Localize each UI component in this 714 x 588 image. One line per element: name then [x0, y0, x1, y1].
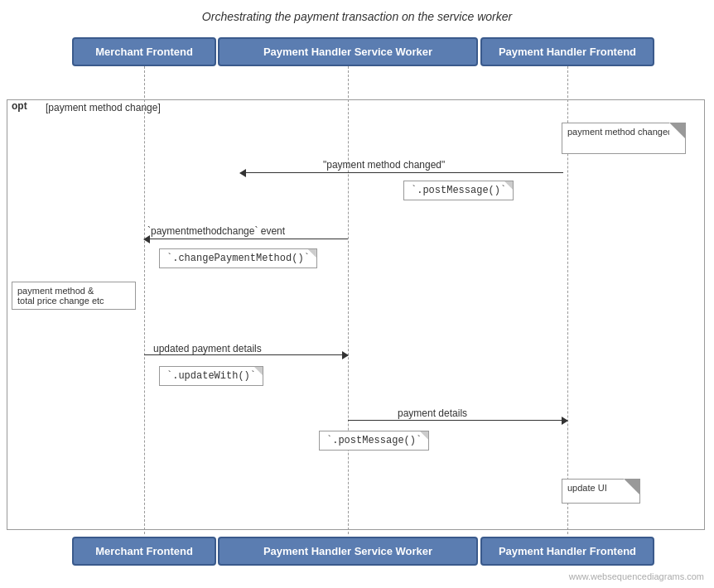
method-change-payment: `.changePaymentMethod()` — [159, 248, 317, 268]
method-post-message-2: `.postMessage()` — [319, 431, 429, 451]
actor-service-worker-top: Payment Handler Service Worker — [218, 37, 478, 66]
arrow-paymentmethodchange — [144, 239, 348, 239]
watermark: www.websequencediagrams.com — [569, 571, 704, 581]
arrow-payment-method-changed — [240, 172, 563, 173]
method-update-with: `.updateWith()` — [159, 366, 263, 386]
actor-service-worker-bottom: Payment Handler Service Worker — [218, 537, 478, 566]
note-total-price-change: payment method & total price change etc — [12, 282, 136, 310]
actor-handler-frontend-bottom: Payment Handler Frontend — [480, 537, 654, 566]
arrow-label-updated-payment: updated payment details — [153, 343, 262, 354]
arrow-label-payment-details: payment details — [398, 407, 467, 419]
note-update-ui: update UI — [562, 479, 640, 504]
diagram-title: Orchestrating the payment transaction on… — [0, 0, 714, 23]
note-payment-method-changed: payment method changed — [562, 123, 686, 154]
arrow-label-paymentmethodchange: `paymentmethodchange` event — [147, 225, 285, 237]
arrow-payment-details — [348, 420, 567, 421]
method-post-message-1: `.postMessage()` — [403, 181, 514, 200]
arrow-label-payment-method-changed: "payment method changed" — [323, 159, 445, 171]
arrow-updated-payment-details — [144, 354, 348, 355]
actor-merchant-bottom: Merchant Frontend — [72, 537, 216, 566]
diagram-container: Orchestrating the payment transaction on… — [0, 0, 714, 588]
actor-handler-frontend-top: Payment Handler Frontend — [480, 37, 654, 66]
actor-merchant-top: Merchant Frontend — [72, 37, 216, 66]
